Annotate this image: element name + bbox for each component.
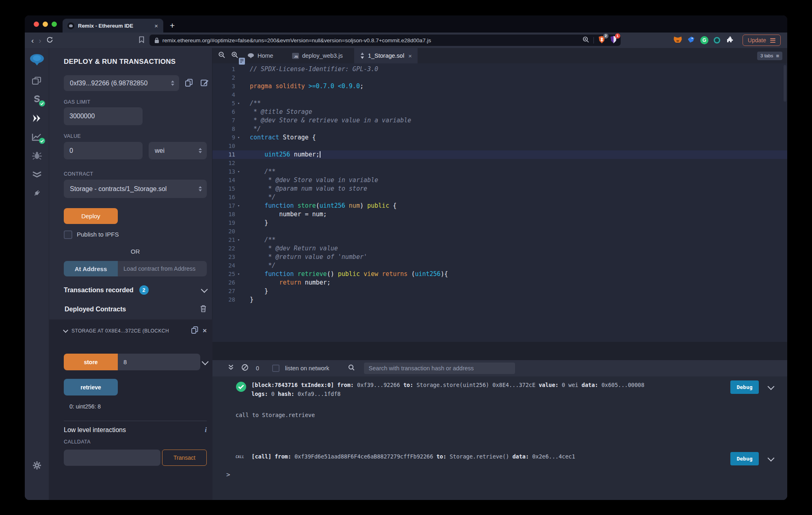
solidity-compiler-icon[interactable] [25,90,49,109]
code-line[interactable]: 20 [212,227,787,236]
terminal-search-input[interactable] [364,363,515,374]
code-line[interactable]: 13▾ /** [212,167,787,176]
transactions-recorded-row[interactable]: Transactions recorded 2 [64,285,207,295]
code-line[interactable]: 16 */ [212,193,787,202]
gas-limit-input[interactable] [64,107,143,125]
debug-button[interactable]: Debug [730,380,759,394]
code-line[interactable]: 4 [212,91,787,99]
code-line[interactable]: 10 [212,142,787,150]
url-bar[interactable]: remix.ethereum.org/#optimize=false&runs=… [149,35,621,46]
code-line[interactable]: 19 } [212,219,787,227]
debug-button[interactable]: Debug [730,452,759,465]
code-line[interactable]: 3pragma solidity >=0.7.0 <0.9.0; [212,82,787,91]
transaction-log-row[interactable]: [block:7843716 txIndex:0] from: 0xf39...… [236,380,773,398]
settings-gear-icon[interactable] [25,456,49,475]
fullscreen-window-button[interactable] [52,22,57,27]
code-line[interactable]: 14 * @dev Store value in variable [212,176,787,185]
grammarly-icon[interactable]: G [700,36,708,44]
forward-icon[interactable]: › [39,37,41,44]
code-line[interactable]: 18 number = num; [212,210,787,219]
retrieve-button[interactable]: retrieve [64,379,118,395]
code-editor[interactable]: 1// SPDX-License-Identifier: GPL-3.023pr… [212,63,787,342]
chevron-down-icon[interactable] [201,286,208,293]
new-tab-button[interactable]: + [170,21,175,30]
code-line[interactable]: 5▾/** [212,99,787,108]
remove-instance-icon[interactable]: × [203,327,207,335]
tab-home[interactable]: Home [242,48,279,63]
zoom-out-icon[interactable] [218,51,225,60]
trash-icon[interactable] [200,305,207,314]
editor-scrollbar[interactable] [784,65,786,102]
code-line[interactable]: 27 } [212,287,787,296]
terminal-drag-handle[interactable] [212,342,787,360]
plugin-manager-icon[interactable] [25,184,49,202]
circle-extension-icon[interactable] [714,37,720,43]
store-arg-input[interactable] [118,354,200,370]
code-line[interactable]: 22 * @dev Return value [212,244,787,253]
at-address-input[interactable] [118,261,207,276]
copy-address-icon[interactable] [191,326,199,336]
call-log-row[interactable]: CALL [call] from: 0xf39Fd6e51aad88F6F4ce… [236,452,773,461]
terminal-prompt[interactable]: > [226,471,230,478]
code-line[interactable]: 6 * @title Storage [212,108,787,116]
at-address-button[interactable]: At Address [64,261,118,276]
close-window-button[interactable] [34,22,39,27]
remix-logo-icon[interactable] [25,48,49,72]
tab-close-icon[interactable]: × [153,22,159,29]
account-select[interactable]: 0xf39...92266 (6.98782850 [64,75,179,91]
value-input[interactable] [64,142,143,159]
code-line[interactable]: 1// SPDX-License-Identifier: GPL-3.0 [212,65,787,74]
tag-extension-icon[interactable] [687,36,695,45]
adguard-shield-icon[interactable]: 1 [610,35,617,46]
minimize-window-button[interactable] [43,22,48,27]
file-explorer-icon[interactable] [25,72,49,90]
copy-account-icon[interactable] [185,78,193,87]
code-line[interactable]: 24 */ [212,261,787,270]
info-icon[interactable]: i [205,426,207,434]
instance-collapse-icon[interactable] [63,328,68,333]
value-unit-select[interactable]: wei [149,142,207,159]
tab-storage-sol[interactable]: 1_Storage.sol × [354,48,418,63]
zoom-page-icon[interactable] [582,36,589,45]
browser-tab[interactable]: Remix - Ethereum IDE × [63,19,163,33]
static-analysis-icon[interactable] [25,128,49,146]
collapse-terminal-icon[interactable] [228,364,234,372]
bookmark-icon[interactable] [139,36,145,45]
clear-console-icon[interactable] [241,364,249,373]
store-button[interactable]: store [64,354,118,370]
reload-icon[interactable] [46,36,53,45]
code-line[interactable]: 26 return number; [212,278,787,287]
contract-select[interactable]: Storage - contracts/1_Storage.sol [64,180,207,198]
transact-button[interactable]: Transact [162,450,207,466]
edit-account-icon[interactable] [200,78,209,87]
puzzle-extension-icon[interactable] [725,36,733,45]
deploy-button[interactable]: Deploy [64,208,118,224]
code-line[interactable]: 9▾contract Storage { [212,133,787,142]
browser-navbar: ‹ › remix.ethereum.org/#optimize=false&r… [25,33,787,48]
tabs-count-badge[interactable]: 3 tabs≡ [757,52,782,60]
code-line[interactable]: 12 [212,159,787,167]
code-line[interactable]: 8 */ [212,125,787,133]
code-line[interactable]: 15 * @param num value to store [212,185,787,193]
expand-store-icon[interactable] [202,359,209,365]
code-line[interactable]: 25▾ function retrieve() public view retu… [212,270,787,278]
deploy-and-run-icon[interactable] [25,109,49,128]
code-line[interactable]: 2 [212,74,787,82]
tab-deploy-web3[interactable]: JS deploy_web3.js [286,48,349,63]
code-line[interactable]: 23 * @return value of 'number' [212,253,787,261]
code-line[interactable]: 28} [212,296,787,304]
code-line[interactable]: 7 * @dev Store & retrieve value in a var… [212,116,787,125]
code-line[interactable]: 11 uint256 number; [212,150,787,159]
tab-close-icon[interactable]: × [408,52,412,59]
listen-network-checkbox[interactable] [272,365,279,372]
calldata-input[interactable] [64,450,160,466]
brave-shield-icon[interactable]: 2 [598,35,606,46]
back-icon[interactable]: ‹ [31,37,34,44]
code-line[interactable]: 21▾ /** [212,236,787,244]
unit-testing-icon[interactable] [25,165,49,184]
debugger-icon[interactable] [25,146,49,165]
publish-ipfs-checkbox[interactable] [64,230,72,239]
update-button[interactable]: Update [743,35,781,46]
code-line[interactable]: 17▾ function store(uint256 num) public { [212,202,787,210]
metamask-icon[interactable] [673,36,682,45]
